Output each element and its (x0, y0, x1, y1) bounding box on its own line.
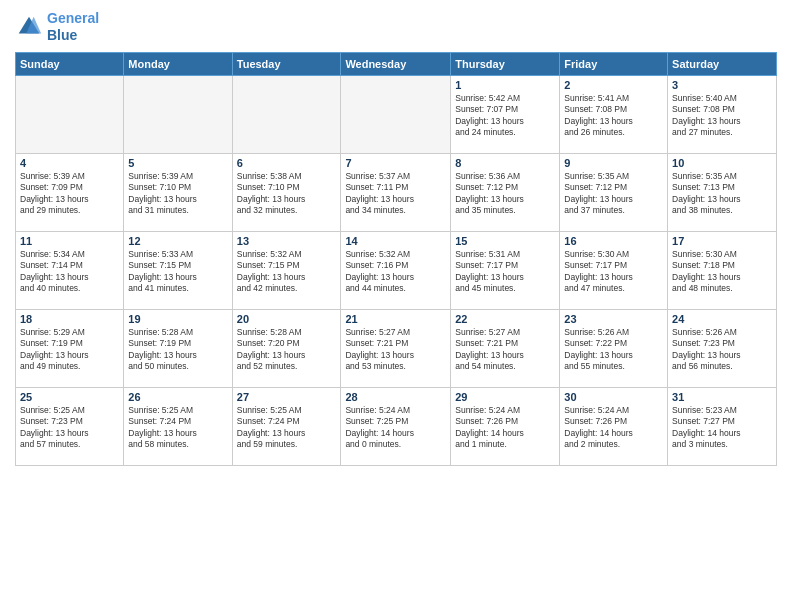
day-number: 18 (20, 313, 119, 325)
cell-info: Sunrise: 5:34 AMSunset: 7:14 PMDaylight:… (20, 249, 119, 295)
calendar-cell: 22Sunrise: 5:27 AMSunset: 7:21 PMDayligh… (451, 309, 560, 387)
weekday-header-sunday: Sunday (16, 52, 124, 75)
day-number: 8 (455, 157, 555, 169)
calendar-cell: 9Sunrise: 5:35 AMSunset: 7:12 PMDaylight… (560, 153, 668, 231)
calendar-cell: 8Sunrise: 5:36 AMSunset: 7:12 PMDaylight… (451, 153, 560, 231)
cell-info: Sunrise: 5:35 AMSunset: 7:13 PMDaylight:… (672, 171, 772, 217)
calendar-cell: 31Sunrise: 5:23 AMSunset: 7:27 PMDayligh… (668, 387, 777, 465)
cell-info: Sunrise: 5:25 AMSunset: 7:24 PMDaylight:… (128, 405, 227, 451)
day-number: 22 (455, 313, 555, 325)
cell-info: Sunrise: 5:36 AMSunset: 7:12 PMDaylight:… (455, 171, 555, 217)
calendar-cell: 28Sunrise: 5:24 AMSunset: 7:25 PMDayligh… (341, 387, 451, 465)
day-number: 23 (564, 313, 663, 325)
cell-info: Sunrise: 5:32 AMSunset: 7:15 PMDaylight:… (237, 249, 337, 295)
calendar-cell: 6Sunrise: 5:38 AMSunset: 7:10 PMDaylight… (232, 153, 341, 231)
weekday-header-saturday: Saturday (668, 52, 777, 75)
weekday-header-row: SundayMondayTuesdayWednesdayThursdayFrid… (16, 52, 777, 75)
day-number: 25 (20, 391, 119, 403)
day-number: 17 (672, 235, 772, 247)
day-number: 6 (237, 157, 337, 169)
cell-info: Sunrise: 5:30 AMSunset: 7:17 PMDaylight:… (564, 249, 663, 295)
day-number: 24 (672, 313, 772, 325)
calendar-cell: 12Sunrise: 5:33 AMSunset: 7:15 PMDayligh… (124, 231, 232, 309)
calendar-cell: 2Sunrise: 5:41 AMSunset: 7:08 PMDaylight… (560, 75, 668, 153)
calendar-week-4: 18Sunrise: 5:29 AMSunset: 7:19 PMDayligh… (16, 309, 777, 387)
calendar-week-2: 4Sunrise: 5:39 AMSunset: 7:09 PMDaylight… (16, 153, 777, 231)
calendar-cell: 19Sunrise: 5:28 AMSunset: 7:19 PMDayligh… (124, 309, 232, 387)
calendar-cell: 5Sunrise: 5:39 AMSunset: 7:10 PMDaylight… (124, 153, 232, 231)
day-number: 26 (128, 391, 227, 403)
cell-info: Sunrise: 5:27 AMSunset: 7:21 PMDaylight:… (455, 327, 555, 373)
day-number: 14 (345, 235, 446, 247)
calendar-week-5: 25Sunrise: 5:25 AMSunset: 7:23 PMDayligh… (16, 387, 777, 465)
calendar-cell: 1Sunrise: 5:42 AMSunset: 7:07 PMDaylight… (451, 75, 560, 153)
calendar-cell: 20Sunrise: 5:28 AMSunset: 7:20 PMDayligh… (232, 309, 341, 387)
day-number: 9 (564, 157, 663, 169)
cell-info: Sunrise: 5:28 AMSunset: 7:19 PMDaylight:… (128, 327, 227, 373)
day-number: 1 (455, 79, 555, 91)
day-number: 4 (20, 157, 119, 169)
day-number: 21 (345, 313, 446, 325)
day-number: 12 (128, 235, 227, 247)
calendar-table: SundayMondayTuesdayWednesdayThursdayFrid… (15, 52, 777, 466)
weekday-header-wednesday: Wednesday (341, 52, 451, 75)
day-number: 10 (672, 157, 772, 169)
calendar-cell (341, 75, 451, 153)
cell-info: Sunrise: 5:39 AMSunset: 7:09 PMDaylight:… (20, 171, 119, 217)
day-number: 16 (564, 235, 663, 247)
day-number: 7 (345, 157, 446, 169)
weekday-header-thursday: Thursday (451, 52, 560, 75)
cell-info: Sunrise: 5:38 AMSunset: 7:10 PMDaylight:… (237, 171, 337, 217)
cell-info: Sunrise: 5:31 AMSunset: 7:17 PMDaylight:… (455, 249, 555, 295)
calendar-cell: 7Sunrise: 5:37 AMSunset: 7:11 PMDaylight… (341, 153, 451, 231)
calendar-cell: 23Sunrise: 5:26 AMSunset: 7:22 PMDayligh… (560, 309, 668, 387)
calendar-week-1: 1Sunrise: 5:42 AMSunset: 7:07 PMDaylight… (16, 75, 777, 153)
calendar-cell (16, 75, 124, 153)
cell-info: Sunrise: 5:37 AMSunset: 7:11 PMDaylight:… (345, 171, 446, 217)
cell-info: Sunrise: 5:24 AMSunset: 7:26 PMDaylight:… (564, 405, 663, 451)
day-number: 19 (128, 313, 227, 325)
weekday-header-friday: Friday (560, 52, 668, 75)
weekday-header-tuesday: Tuesday (232, 52, 341, 75)
calendar-cell: 4Sunrise: 5:39 AMSunset: 7:09 PMDaylight… (16, 153, 124, 231)
logo: General Blue (15, 10, 99, 44)
calendar-cell: 25Sunrise: 5:25 AMSunset: 7:23 PMDayligh… (16, 387, 124, 465)
cell-info: Sunrise: 5:40 AMSunset: 7:08 PMDaylight:… (672, 93, 772, 139)
calendar-cell: 3Sunrise: 5:40 AMSunset: 7:08 PMDaylight… (668, 75, 777, 153)
cell-info: Sunrise: 5:35 AMSunset: 7:12 PMDaylight:… (564, 171, 663, 217)
logo-text: General Blue (47, 10, 99, 44)
day-number: 31 (672, 391, 772, 403)
day-number: 11 (20, 235, 119, 247)
cell-info: Sunrise: 5:26 AMSunset: 7:22 PMDaylight:… (564, 327, 663, 373)
cell-info: Sunrise: 5:30 AMSunset: 7:18 PMDaylight:… (672, 249, 772, 295)
calendar-cell (124, 75, 232, 153)
cell-info: Sunrise: 5:41 AMSunset: 7:08 PMDaylight:… (564, 93, 663, 139)
day-number: 27 (237, 391, 337, 403)
cell-info: Sunrise: 5:29 AMSunset: 7:19 PMDaylight:… (20, 327, 119, 373)
calendar-cell: 16Sunrise: 5:30 AMSunset: 7:17 PMDayligh… (560, 231, 668, 309)
calendar-cell: 26Sunrise: 5:25 AMSunset: 7:24 PMDayligh… (124, 387, 232, 465)
day-number: 13 (237, 235, 337, 247)
day-number: 28 (345, 391, 446, 403)
calendar-cell: 27Sunrise: 5:25 AMSunset: 7:24 PMDayligh… (232, 387, 341, 465)
cell-info: Sunrise: 5:39 AMSunset: 7:10 PMDaylight:… (128, 171, 227, 217)
calendar-cell: 24Sunrise: 5:26 AMSunset: 7:23 PMDayligh… (668, 309, 777, 387)
calendar-cell: 10Sunrise: 5:35 AMSunset: 7:13 PMDayligh… (668, 153, 777, 231)
calendar-cell: 29Sunrise: 5:24 AMSunset: 7:26 PMDayligh… (451, 387, 560, 465)
cell-info: Sunrise: 5:26 AMSunset: 7:23 PMDaylight:… (672, 327, 772, 373)
cell-info: Sunrise: 5:27 AMSunset: 7:21 PMDaylight:… (345, 327, 446, 373)
day-number: 3 (672, 79, 772, 91)
cell-info: Sunrise: 5:24 AMSunset: 7:25 PMDaylight:… (345, 405, 446, 451)
calendar-cell: 18Sunrise: 5:29 AMSunset: 7:19 PMDayligh… (16, 309, 124, 387)
cell-info: Sunrise: 5:33 AMSunset: 7:15 PMDaylight:… (128, 249, 227, 295)
day-number: 29 (455, 391, 555, 403)
weekday-header-monday: Monday (124, 52, 232, 75)
cell-info: Sunrise: 5:25 AMSunset: 7:24 PMDaylight:… (237, 405, 337, 451)
calendar-week-3: 11Sunrise: 5:34 AMSunset: 7:14 PMDayligh… (16, 231, 777, 309)
cell-info: Sunrise: 5:28 AMSunset: 7:20 PMDaylight:… (237, 327, 337, 373)
calendar-cell: 14Sunrise: 5:32 AMSunset: 7:16 PMDayligh… (341, 231, 451, 309)
calendar-cell (232, 75, 341, 153)
calendar-cell: 21Sunrise: 5:27 AMSunset: 7:21 PMDayligh… (341, 309, 451, 387)
page: General Blue SundayMondayTuesdayWednesda… (0, 0, 792, 612)
cell-info: Sunrise: 5:23 AMSunset: 7:27 PMDaylight:… (672, 405, 772, 451)
